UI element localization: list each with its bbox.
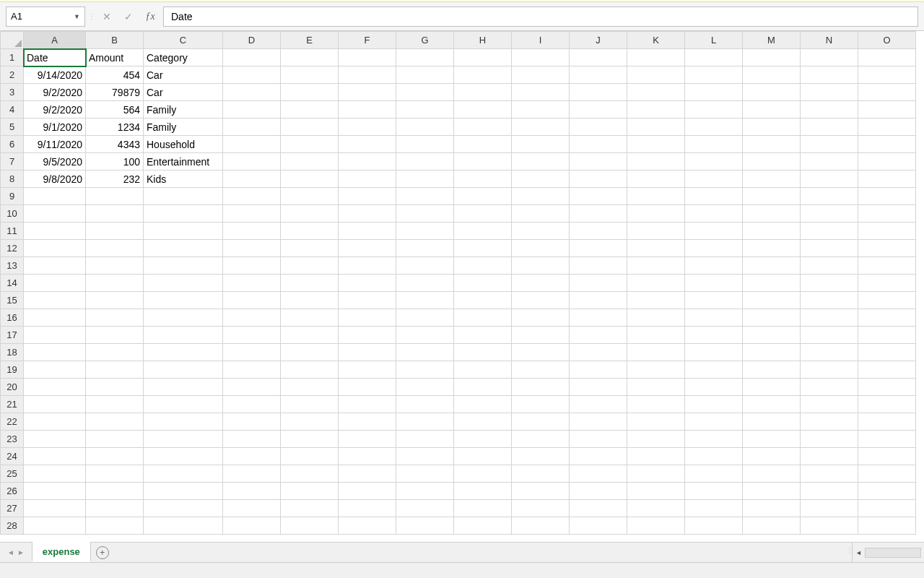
row-header-1[interactable]: 1 (1, 49, 24, 66)
cell-M28[interactable] (743, 517, 801, 535)
cell-J19[interactable] (570, 361, 627, 379)
cell-D19[interactable] (223, 361, 281, 379)
cell-K23[interactable] (627, 431, 685, 448)
cell-J7[interactable] (570, 153, 627, 171)
cell-G23[interactable] (396, 431, 454, 448)
cell-A6[interactable]: 9/11/2020 (24, 136, 86, 153)
column-header-D[interactable]: D (223, 32, 281, 49)
cell-D17[interactable] (223, 327, 281, 344)
cell-E8[interactable] (281, 171, 339, 188)
cell-N27[interactable] (801, 500, 858, 517)
row-header-6[interactable]: 6 (1, 136, 24, 153)
cell-D6[interactable] (223, 136, 281, 153)
cell-E27[interactable] (281, 500, 339, 517)
cell-D24[interactable] (223, 448, 281, 465)
cell-I8[interactable] (512, 171, 570, 188)
cell-C26[interactable] (144, 483, 223, 500)
cell-J4[interactable] (570, 101, 627, 118)
cell-J22[interactable] (570, 413, 627, 431)
cell-B16[interactable] (86, 309, 144, 327)
cell-L10[interactable] (685, 205, 743, 223)
cell-K4[interactable] (627, 101, 685, 118)
cell-E7[interactable] (281, 153, 339, 171)
cell-K20[interactable] (627, 379, 685, 396)
cell-L1[interactable] (685, 49, 743, 66)
cell-N18[interactable] (801, 344, 858, 361)
cell-J23[interactable] (570, 431, 627, 448)
cell-N1[interactable] (801, 49, 858, 66)
cell-H13[interactable] (454, 257, 512, 275)
cell-M3[interactable] (743, 84, 801, 101)
row-header-28[interactable]: 28 (1, 517, 24, 535)
cell-M18[interactable] (743, 344, 801, 361)
cell-A5[interactable]: 9/1/2020 (24, 118, 86, 136)
cell-H28[interactable] (454, 517, 512, 535)
cell-J28[interactable] (570, 517, 627, 535)
cell-L23[interactable] (685, 431, 743, 448)
cell-J10[interactable] (570, 205, 627, 223)
cell-C22[interactable] (144, 413, 223, 431)
cell-G2[interactable] (396, 66, 454, 84)
cell-M14[interactable] (743, 275, 801, 292)
cell-H12[interactable] (454, 240, 512, 257)
cell-I13[interactable] (512, 257, 570, 275)
cell-G9[interactable] (396, 188, 454, 205)
cell-H23[interactable] (454, 431, 512, 448)
cell-K25[interactable] (627, 465, 685, 483)
cell-M5[interactable] (743, 118, 801, 136)
cell-K19[interactable] (627, 361, 685, 379)
cell-C6[interactable]: Household (144, 136, 223, 153)
cell-J2[interactable] (570, 66, 627, 84)
cell-C15[interactable] (144, 292, 223, 309)
cell-N5[interactable] (801, 118, 858, 136)
cell-L28[interactable] (685, 517, 743, 535)
cell-K14[interactable] (627, 275, 685, 292)
row-header-5[interactable]: 5 (1, 118, 24, 136)
cell-D23[interactable] (223, 431, 281, 448)
column-header-L[interactable]: L (685, 32, 743, 49)
cell-K9[interactable] (627, 188, 685, 205)
formula-input[interactable]: Date (163, 7, 918, 27)
cell-H7[interactable] (454, 153, 512, 171)
cell-N28[interactable] (801, 517, 858, 535)
cell-M20[interactable] (743, 379, 801, 396)
cell-O28[interactable] (858, 517, 916, 535)
cell-D18[interactable] (223, 344, 281, 361)
cell-E19[interactable] (281, 361, 339, 379)
cell-A25[interactable] (24, 465, 86, 483)
cell-K5[interactable] (627, 118, 685, 136)
cell-M13[interactable] (743, 257, 801, 275)
cell-B26[interactable] (86, 483, 144, 500)
cell-K27[interactable] (627, 500, 685, 517)
cell-G12[interactable] (396, 240, 454, 257)
cell-F22[interactable] (339, 413, 396, 431)
cell-K3[interactable] (627, 84, 685, 101)
cell-D1[interactable] (223, 49, 281, 66)
cell-G19[interactable] (396, 361, 454, 379)
cell-C7[interactable]: Entertainment (144, 153, 223, 171)
cell-L3[interactable] (685, 84, 743, 101)
cell-J5[interactable] (570, 118, 627, 136)
cell-A27[interactable] (24, 500, 86, 517)
cell-H25[interactable] (454, 465, 512, 483)
cell-N13[interactable] (801, 257, 858, 275)
cell-H2[interactable] (454, 66, 512, 84)
cell-O5[interactable] (858, 118, 916, 136)
row-header-10[interactable]: 10 (1, 205, 24, 223)
cell-L15[interactable] (685, 292, 743, 309)
cell-N21[interactable] (801, 396, 858, 413)
column-header-F[interactable]: F (339, 32, 396, 49)
cell-C14[interactable] (144, 275, 223, 292)
cell-B25[interactable] (86, 465, 144, 483)
cell-D3[interactable] (223, 84, 281, 101)
cell-G22[interactable] (396, 413, 454, 431)
cell-G1[interactable] (396, 49, 454, 66)
cell-G5[interactable] (396, 118, 454, 136)
cell-A7[interactable]: 9/5/2020 (24, 153, 86, 171)
row-header-25[interactable]: 25 (1, 465, 24, 483)
row-header-12[interactable]: 12 (1, 240, 24, 257)
cell-A9[interactable] (24, 188, 86, 205)
cell-J25[interactable] (570, 465, 627, 483)
cell-A3[interactable]: 9/2/2020 (24, 84, 86, 101)
cell-E4[interactable] (281, 101, 339, 118)
